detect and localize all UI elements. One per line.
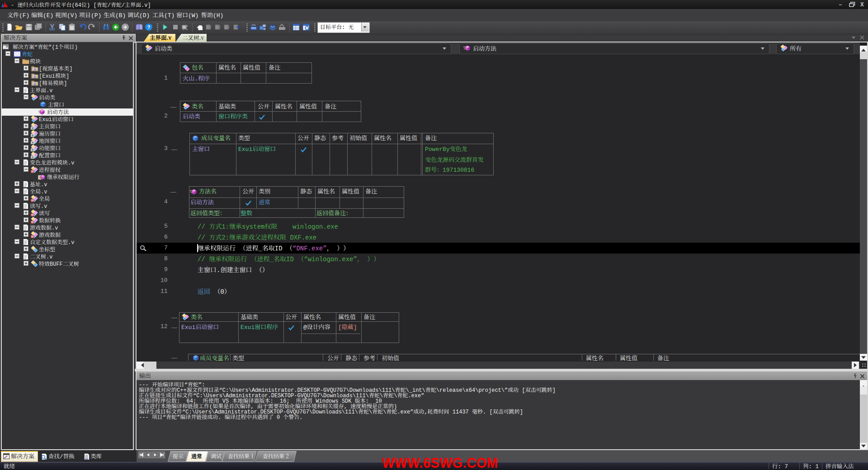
svg-text:?: ? xyxy=(147,24,151,30)
